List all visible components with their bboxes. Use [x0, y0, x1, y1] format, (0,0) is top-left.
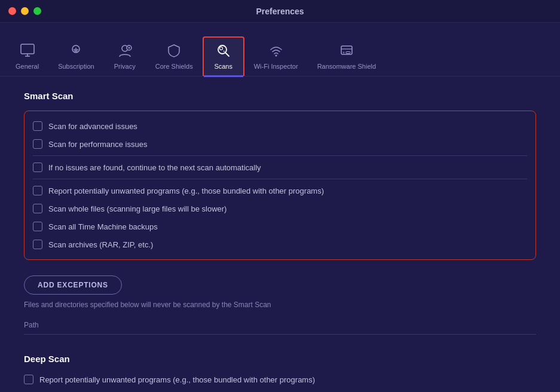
nav-label-scans: Scans — [214, 63, 232, 70]
nav-item-scans[interactable]: Scans — [203, 36, 244, 76]
checkbox-row-archives: Scan archives (RAR, ZIP, etc.) — [33, 235, 527, 253]
checkbox-row-pup: Report potentially unwanted programs (e.… — [33, 182, 527, 200]
label-whole-files: Scan whole files (scanning large files w… — [48, 204, 227, 213]
nav-item-general[interactable]: General — [6, 38, 48, 76]
nav-label-ransomware-shield: Ransomware Shield — [317, 63, 376, 70]
checkbox-row-auto-continue: If no issues are found, continue to the … — [33, 158, 527, 176]
core-shields-icon — [166, 42, 182, 59]
nav-item-privacy[interactable]: Privacy — [104, 38, 146, 76]
ransomware-shield-icon — [338, 42, 355, 59]
general-icon — [19, 42, 36, 59]
smart-scan-title: Smart Scan — [24, 91, 536, 101]
nav-item-core-shields[interactable]: Core Shields — [146, 38, 203, 76]
svg-line-10 — [225, 53, 229, 57]
checkbox-row-time-machine: Scan all Time Machine backups — [33, 218, 527, 235]
maximize-button[interactable] — [33, 7, 41, 15]
nav-item-ransomware-shield[interactable]: Ransomware Shield — [308, 38, 385, 76]
privacy-icon — [117, 42, 133, 59]
checkbox-row-performance: Scan for performance issues — [33, 135, 527, 153]
svg-point-13 — [275, 55, 277, 57]
nav-label-general: General — [16, 63, 39, 70]
checkbox-time-machine[interactable] — [33, 222, 42, 231]
smart-scan-checkbox-group: Scan for advanced issues Scan for perfor… — [24, 111, 536, 260]
deep-scan-title: Deep Scan — [24, 354, 536, 364]
titlebar: Preferences — [0, 0, 560, 23]
nav-item-subscription[interactable]: Subscription — [48, 38, 104, 76]
window-controls[interactable] — [8, 7, 41, 15]
svg-rect-17 — [346, 52, 350, 54]
svg-rect-0 — [21, 44, 34, 54]
content-area: Smart Scan Scan for advanced issues Scan… — [0, 76, 560, 392]
checkbox-performance-issues[interactable] — [33, 139, 42, 149]
navbar: General Subscription Privacy — [0, 23, 560, 76]
checkbox-advanced-issues[interactable] — [33, 121, 42, 131]
subscription-icon — [68, 42, 84, 59]
minimize-button[interactable] — [21, 7, 29, 15]
nav-label-core-shields: Core Shields — [155, 63, 193, 70]
svg-point-11 — [219, 47, 222, 50]
label-time-machine: Scan all Time Machine backups — [48, 222, 158, 231]
path-column-header: Path — [24, 316, 536, 335]
nav-item-wifi-inspector[interactable]: Wi-Fi Inspector — [244, 38, 308, 76]
checkbox-row-whole-files: Scan whole files (scanning large files w… — [33, 200, 527, 218]
divider-1 — [33, 155, 527, 156]
checkbox-pup[interactable] — [33, 186, 42, 195]
window-title: Preferences — [256, 7, 304, 16]
deep-scan-row-pup: Report potentially unwanted programs (e.… — [24, 371, 536, 388]
nav-label-privacy: Privacy — [114, 63, 136, 70]
label-pup: Report potentially unwanted programs (e.… — [48, 186, 324, 195]
label-advanced-issues: Scan for advanced issues — [48, 122, 137, 131]
svg-point-16 — [342, 52, 344, 54]
label-auto-continue: If no issues are found, continue to the … — [48, 163, 261, 172]
label-archives: Scan archives (RAR, ZIP, etc.) — [48, 240, 153, 249]
close-button[interactable] — [8, 7, 16, 15]
spacer — [24, 344, 536, 354]
deep-scan-checkbox-pup[interactable] — [24, 375, 33, 384]
checkbox-whole-files[interactable] — [33, 204, 42, 213]
add-exceptions-button[interactable]: ADD EXCEPTIONS — [24, 275, 122, 295]
exceptions-description: Files and directories specified below wi… — [24, 301, 536, 309]
nav-label-wifi-inspector: Wi-Fi Inspector — [254, 63, 298, 70]
checkbox-archives[interactable] — [33, 240, 42, 249]
label-performance-issues: Scan for performance issues — [48, 140, 147, 149]
deep-scan-label-pup: Report potentially unwanted programs (e.… — [39, 375, 315, 384]
wifi-inspector-icon — [268, 42, 284, 59]
checkbox-row-advanced: Scan for advanced issues — [33, 117, 527, 135]
divider-2 — [33, 179, 527, 179]
checkbox-auto-continue[interactable] — [33, 163, 42, 172]
scans-icon — [215, 42, 232, 59]
nav-label-subscription: Subscription — [58, 63, 94, 70]
svg-line-12 — [224, 51, 225, 52]
